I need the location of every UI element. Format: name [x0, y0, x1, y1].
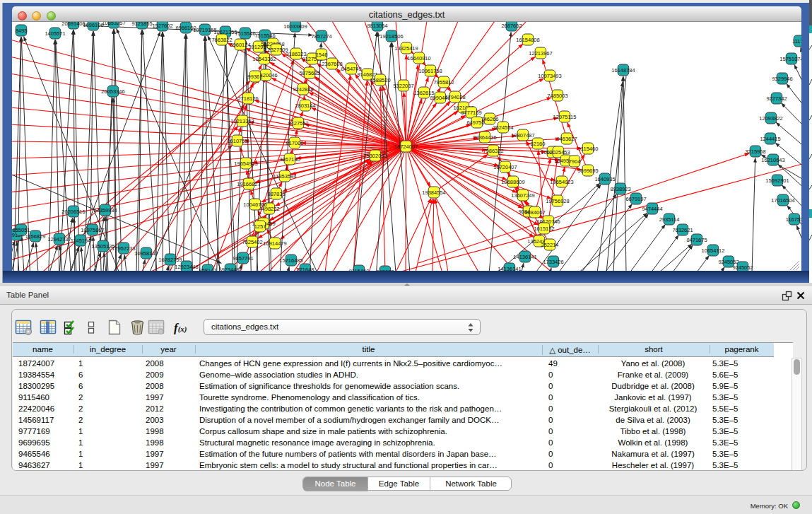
svg-text:9699695: 9699695: [577, 168, 598, 174]
svg-text:1615132: 1615132: [534, 226, 554, 232]
svg-text:26053346: 26053346: [101, 88, 124, 95]
svg-text:20691406: 20691406: [61, 22, 85, 27]
svg-text:9777169: 9777169: [461, 110, 481, 116]
svg-text:571648: 571648: [296, 267, 314, 271]
svg-text:9245052: 9245052: [732, 264, 753, 271]
svg-text:14136141: 14136141: [513, 254, 536, 260]
svg-text:2803144: 2803144: [295, 103, 315, 109]
svg-text:15720407: 15720407: [493, 164, 517, 170]
svg-text:7515546: 7515546: [235, 30, 255, 37]
svg-text:16210643: 16210643: [761, 157, 784, 163]
svg-text:817006: 817006: [286, 140, 303, 146]
svg-text:7663822: 7663822: [211, 37, 232, 43]
svg-text:20206516: 20206516: [61, 209, 85, 215]
svg-text:12942737: 12942737: [47, 236, 71, 243]
svg-text:5322037: 5322037: [393, 83, 413, 89]
svg-text:10961758: 10961758: [418, 68, 442, 74]
svg-text:887833: 887833: [267, 191, 285, 197]
svg-text:7986322: 7986322: [483, 148, 503, 154]
svg-text:20364436: 20364436: [473, 134, 496, 141]
svg-text:18724007: 18724007: [394, 144, 418, 150]
svg-text:19166827: 19166827: [237, 181, 260, 187]
svg-text:7955812: 7955812: [433, 79, 454, 86]
svg-text:10807487: 10807487: [511, 132, 534, 139]
svg-text:9329946: 9329946: [772, 76, 792, 82]
svg-text:8471675: 8471675: [686, 237, 707, 243]
svg-text:2367608: 2367608: [322, 61, 342, 67]
svg-text:9115460: 9115460: [578, 146, 599, 152]
svg-text:19654923: 19654923: [234, 160, 257, 167]
svg-text:7485003: 7485003: [547, 93, 567, 99]
svg-text:1257: 1257: [254, 223, 266, 230]
svg-text:9474444: 9474444: [642, 206, 662, 212]
svg-text:5875685: 5875685: [299, 70, 319, 76]
svg-text:1145194: 1145194: [71, 238, 91, 244]
svg-text:923448: 923448: [221, 267, 239, 271]
svg-text:12923448: 12923448: [175, 264, 198, 270]
svg-text:3624554: 3624554: [493, 124, 513, 131]
svg-text:9121855: 9121855: [131, 22, 152, 27]
svg-text:663822: 663822: [376, 269, 394, 271]
svg-text:12213363: 12213363: [230, 118, 254, 124]
svg-text:12213967: 12213967: [529, 50, 552, 57]
svg-text:7632621: 7632621: [672, 227, 693, 233]
svg-text:12093822: 12093822: [759, 115, 782, 122]
svg-text:10025453: 10025453: [546, 149, 570, 156]
svg-text:8495: 8495: [16, 28, 28, 34]
svg-text:17359934: 17359934: [93, 207, 117, 214]
svg-text:3267130: 3267130: [279, 156, 300, 163]
svg-text:10654112: 10654112: [702, 247, 725, 254]
svg-text:252214: 252214: [541, 242, 558, 248]
svg-text:8813054: 8813054: [367, 23, 387, 29]
svg-text:2718126: 2718126: [237, 95, 258, 102]
svg-text:16148784: 16148784: [611, 67, 635, 74]
svg-text:9427552: 9427552: [288, 120, 308, 127]
svg-text:11353594: 11353594: [273, 173, 297, 180]
svg-text:12327509: 12327509: [264, 47, 288, 53]
svg-text:1546: 1546: [316, 52, 328, 58]
svg-text:9084067: 9084067: [524, 209, 545, 216]
svg-text:99361: 99361: [248, 74, 263, 80]
svg-text:9857791: 9857791: [233, 255, 253, 262]
svg-text:958147: 958147: [199, 267, 216, 271]
svg-text:15692901: 15692901: [765, 177, 789, 184]
svg-text:16033809: 16033809: [283, 23, 307, 30]
svg-text:1610755: 1610755: [227, 138, 247, 144]
svg-text:25302033: 25302033: [363, 153, 387, 159]
svg-text:1640935: 1640935: [594, 176, 615, 182]
svg-text:1405571: 1405571: [45, 30, 65, 37]
svg-text:15751074: 15751074: [779, 56, 801, 62]
svg-text:8938923: 8938923: [610, 186, 630, 192]
svg-text:3960124: 3960124: [230, 42, 250, 48]
svg-text:10543362: 10543362: [252, 56, 276, 62]
svg-text:10958147: 10958147: [134, 250, 158, 257]
svg-text:16640910: 16640910: [407, 55, 430, 62]
svg-text:2935114: 2935114: [659, 216, 680, 223]
svg-text:16154808: 16154808: [516, 37, 539, 43]
svg-text:2687652: 2687652: [501, 23, 522, 29]
svg-text:7904: 7904: [569, 158, 581, 165]
svg-text:6794028: 6794028: [445, 94, 465, 100]
svg-text:9242848: 9242848: [293, 86, 313, 93]
svg-text:7625402: 7625402: [242, 239, 262, 245]
svg-text:13325419: 13325419: [394, 45, 418, 52]
svg-text:19756928: 19756928: [546, 198, 569, 204]
svg-text:9115460: 9115460: [349, 268, 370, 271]
svg-text:1527602: 1527602: [152, 23, 172, 29]
svg-text:6679197: 6679197: [625, 196, 646, 202]
svg-text:19654923: 19654923: [550, 179, 573, 185]
svg-text:3215958: 3215958: [745, 148, 765, 155]
svg-text:10046766: 10046766: [243, 201, 266, 208]
svg-text:10853257: 10853257: [102, 22, 125, 26]
svg-text:19384554: 19384554: [422, 189, 445, 196]
svg-text:1733426: 1733426: [543, 259, 563, 265]
svg-text:1696106: 1696106: [83, 22, 103, 28]
svg-text:16782759: 16782759: [158, 257, 182, 263]
svg-text:9227342: 9227342: [766, 95, 787, 102]
svg-text:1156829: 1156829: [25, 233, 46, 240]
svg-text:17957233: 17957233: [112, 245, 135, 252]
svg-text:855051: 855051: [12, 227, 30, 233]
svg-text:12975115: 12975115: [553, 114, 577, 120]
svg-text:10688609: 10688609: [501, 179, 524, 185]
svg-text:746266: 746266: [481, 116, 498, 122]
